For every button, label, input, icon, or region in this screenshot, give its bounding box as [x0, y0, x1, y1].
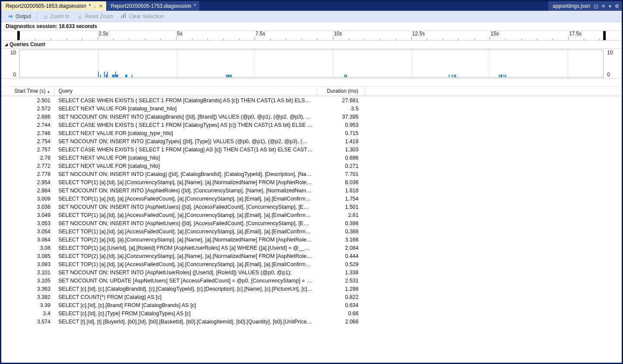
app-frame: Report20200505-1853.diagsession* ⟂ ✕ Rep…: [0, 0, 623, 364]
table-row[interactable]: 2.744SELECT CASE WHEN EXISTS ( SELECT 1 …: [1, 121, 622, 129]
cell-query: SELECT [c].[Id], [c].[CatalogBrandId], […: [54, 285, 317, 293]
table-row[interactable]: 3.049SELECT TOP(1) [a].[Id], [a].[Access…: [1, 211, 622, 219]
cell-rest: [365, 317, 622, 326]
cell-duration: 2.084: [317, 244, 365, 252]
col-header-rest: [365, 87, 622, 96]
cell-query: SELECT TOP(1) [a].[Id], [a].[AccessFaile…: [54, 211, 317, 219]
cell-start: 3.363: [1, 285, 54, 293]
cell-start: 3.105: [1, 276, 54, 285]
close-icon[interactable]: ✕: [99, 3, 103, 9]
preview-icon[interactable]: ◫: [594, 3, 598, 9]
table-header-row: Start Time (s)▲ Query Duration (ms): [1, 87, 622, 96]
cell-query: SET NOCOUNT ON; INSERT INTO [AspNetUsers…: [54, 203, 317, 211]
query-table: Start Time (s)▲ Query Duration (ms) 2.50…: [1, 87, 622, 326]
close-icon[interactable]: ✕: [601, 3, 605, 9]
cell-query: SELECT NEXT VALUE FOR [catalog_hilo]: [54, 154, 317, 162]
table-row[interactable]: 3.036SET NOCOUNT ON; INSERT INTO [AspNet…: [1, 203, 622, 211]
table-row[interactable]: 3.054SELECT TOP(1) [a].[Id], [a].[Access…: [1, 227, 622, 235]
table-row[interactable]: 2.686SET NOCOUNT ON; INSERT INTO [Catalo…: [1, 113, 622, 121]
table-row[interactable]: 3.093SELECT TOP(1) [a].[Id], [a].[Access…: [1, 260, 622, 268]
tab-right-group: appsettings.json ◫ ✕ ▾ ⚙: [548, 1, 622, 11]
cell-duration: 3.166: [317, 235, 365, 244]
cell-start: 2.984: [1, 186, 54, 195]
qc-axis-left: 10 0: [1, 49, 19, 78]
table-row[interactable]: 3.4SELECT [c].[Id], [c].[Type] FROM [Cat…: [1, 309, 622, 317]
gear-icon[interactable]: ⚙: [615, 3, 619, 9]
qc-y-max-r: 10: [607, 50, 619, 56]
dropdown-icon[interactable]: ▾: [609, 3, 611, 9]
cell-duration: 1.338: [317, 268, 365, 276]
cell-duration: 2.066: [317, 317, 365, 326]
reset-zoom-button[interactable]: Reset Zoom: [74, 12, 116, 21]
queries-count-header[interactable]: ◢ Queries Count: [1, 41, 622, 49]
cell-rest: [365, 227, 622, 235]
output-icon: ⇨: [8, 13, 14, 19]
table-row[interactable]: 2.572SELECT NEXT VALUE FOR [catalog_bran…: [1, 104, 622, 113]
table-row[interactable]: 2.778SET NOCOUNT ON; INSERT INTO [Catalo…: [1, 170, 622, 178]
cell-rest: [365, 162, 622, 170]
tab-inactive[interactable]: Report20200505-1753.diagsession*: [106, 1, 199, 11]
dirty-indicator: *: [194, 3, 196, 9]
table-row[interactable]: 3.382SELECT COUNT(*) FROM [Catalog] AS […: [1, 293, 622, 301]
cell-start: 2.686: [1, 113, 54, 121]
table-row[interactable]: 2.76SELECT NEXT VALUE FOR [catalog_hilo]…: [1, 154, 622, 162]
tab-active[interactable]: Report20200505-1853.diagsession* ⟂ ✕: [1, 1, 106, 11]
cell-rest: [365, 113, 622, 121]
cell-query: SET NOCOUNT ON; INSERT INTO [AspNetUserR…: [54, 268, 317, 276]
query-grid[interactable]: Start Time (s)▲ Query Duration (ms) 2.50…: [1, 87, 622, 363]
col-header-duration[interactable]: Duration (ms): [317, 87, 365, 96]
output-button[interactable]: ⇨ Output: [5, 12, 34, 21]
clear-selection-icon: [121, 13, 127, 19]
col-header-query[interactable]: Query: [54, 87, 317, 96]
table-row[interactable]: 3.363SELECT [c].[Id], [c].[CatalogBrandI…: [1, 285, 622, 293]
clear-selection-button[interactable]: Clear Selection: [118, 12, 167, 21]
table-row[interactable]: 3.101SET NOCOUNT ON; INSERT INTO [AspNet…: [1, 268, 622, 276]
cell-query: SET NOCOUNT ON; UPDATE [AspNetUsers] SET…: [54, 276, 317, 285]
table-row[interactable]: 3.085SELECT TOP(2) [a].[Id], [a].[Concur…: [1, 252, 622, 260]
cell-rest: [365, 260, 622, 268]
cell-start: 2.744: [1, 121, 54, 129]
table-row[interactable]: 2.501SELECT CASE WHEN EXISTS ( SELECT 1 …: [1, 96, 622, 105]
table-row[interactable]: 3.064SELECT TOP(2) [a].[Id], [a].[Concur…: [1, 235, 622, 244]
timeline-ruler[interactable]: 2.5s5s7.5s10s12.5s15s17.5s: [1, 31, 622, 41]
cell-start: 3.085: [1, 252, 54, 260]
cell-rest: [365, 137, 622, 145]
table-row[interactable]: 2.757SELECT CASE WHEN EXISTS ( SELECT 1 …: [1, 145, 622, 154]
table-row[interactable]: 3.39SELECT [c].[Id], [c].[Brand] FROM [C…: [1, 301, 622, 309]
cell-start: 2.501: [1, 96, 54, 105]
cell-duration: 3.5: [317, 104, 365, 113]
cell-query: SELECT CASE WHEN EXISTS ( SELECT 1 FROM …: [54, 121, 317, 129]
cell-rest: [365, 121, 622, 129]
cell-duration: 0.822: [317, 293, 365, 301]
table-row[interactable]: 3.574SELECT [t].[Id], [t].[BuyerId], [b0…: [1, 317, 622, 326]
table-row[interactable]: 2.746SELECT NEXT VALUE FOR [catalog_type…: [1, 129, 622, 137]
table-row[interactable]: 3.105SET NOCOUNT ON; UPDATE [AspNetUsers…: [1, 276, 622, 285]
cell-query: SELECT TOP(1) [a].[UserId], [a].[RoleId]…: [54, 244, 317, 252]
table-row[interactable]: 3.009SELECT TOP(1) [a].[Id], [a].[Access…: [1, 195, 622, 203]
ruler-label: 7.5s: [255, 31, 265, 37]
sort-asc-icon: ▲: [47, 90, 50, 94]
tab-right-title[interactable]: appsettings.json: [553, 3, 590, 9]
cell-duration: 2.81: [317, 211, 365, 219]
pin-icon[interactable]: ⟂: [93, 3, 96, 9]
table-row[interactable]: 3.08SELECT TOP(1) [a].[UserId], [a].[Rol…: [1, 244, 622, 252]
table-row[interactable]: 3.053SET NOCOUNT ON; INSERT INTO [AspNet…: [1, 219, 622, 227]
cell-start: 3.054: [1, 227, 54, 235]
zoom-in-button[interactable]: Zoom In: [40, 12, 72, 21]
table-row[interactable]: 2.954SELECT TOP(1) [a].[Id], [a].[Concur…: [1, 178, 622, 186]
table-row[interactable]: 2.984SET NOCOUNT ON; INSERT INTO [AspNet…: [1, 186, 622, 195]
table-row[interactable]: 2.754SET NOCOUNT ON; INSERT INTO [Catalo…: [1, 137, 622, 145]
cell-query: SET NOCOUNT ON; INSERT INTO [CatalogType…: [54, 137, 317, 145]
reset-zoom-label: Reset Zoom: [85, 13, 113, 19]
cell-query: SELECT [c].[Id], [c].[Brand] FROM [Catal…: [54, 301, 317, 309]
cell-duration: 0.634: [317, 301, 365, 309]
table-row[interactable]: 2.772SELECT NEXT VALUE FOR [catalog_hilo…: [1, 162, 622, 170]
cell-rest: [365, 293, 622, 301]
cell-duration: 2.531: [317, 276, 365, 285]
queries-count-chart[interactable]: 10 0 10 0: [1, 49, 622, 79]
cell-duration: 1.419: [317, 137, 365, 145]
toolbar-separator: [37, 13, 37, 20]
col-header-start[interactable]: Start Time (s)▲: [1, 87, 54, 96]
cell-rest: [365, 154, 622, 162]
dirty-indicator: *: [89, 3, 91, 9]
